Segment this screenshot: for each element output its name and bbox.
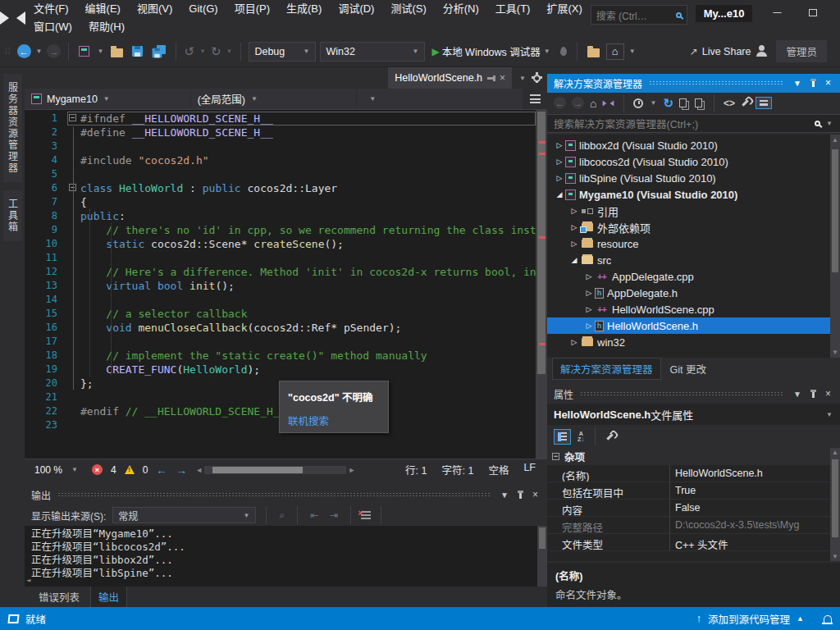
eol-indicator[interactable]: LF <box>523 462 536 477</box>
window-position-caret[interactable]: ▼ <box>791 390 804 399</box>
minimize-button[interactable]: ─ <box>759 0 795 25</box>
output-source-dropdown[interactable]: 常规▼ <box>112 507 256 523</box>
tree-item-libspine-visual-studio-2010-[interactable]: ▷libSpine (Visual Studio 2010) <box>547 170 840 186</box>
add-to-source-control-button[interactable]: 添加到源代码管理 <box>708 611 790 627</box>
panel-tab-0[interactable]: 错误列表 <box>31 587 87 607</box>
close-button[interactable]: × <box>831 0 840 25</box>
property-value[interactable]: D:\cocos2d-x-3.5\tests\Myg <box>670 517 840 533</box>
tree-item-helloworldscene-h[interactable]: ▷hHelloWorldScene.h <box>547 317 840 334</box>
source-control-caret[interactable]: ▲ <box>797 614 804 623</box>
expander-icon[interactable]: ▷ <box>568 223 580 231</box>
menu-item-r1-7[interactable]: 测试(S) <box>382 0 434 18</box>
switch-views-icon[interactable] <box>603 100 614 106</box>
scroll-left-arrow[interactable]: ◄ <box>26 573 30 587</box>
close-panel-icon[interactable]: × <box>823 388 833 399</box>
menu-item-r1-6[interactable]: 调试(D) <box>330 0 382 18</box>
tab-list-caret[interactable]: ▼ <box>518 75 527 82</box>
project-scope-dropdown[interactable]: Mygame10▼ <box>25 89 191 109</box>
property-row-0[interactable]: (名称)HelloWorldScene.h <box>547 465 840 482</box>
warning-count-icon[interactable] <box>125 465 135 474</box>
collapse-category-icon[interactable]: − <box>552 453 559 460</box>
back-icon[interactable]: ← <box>554 97 566 109</box>
open-file-button[interactable] <box>108 43 126 60</box>
home-icon[interactable]: ⌂ <box>590 97 596 110</box>
expander-icon[interactable]: ▷ <box>568 240 580 248</box>
expander-icon[interactable]: ▷ <box>568 338 580 346</box>
search-options-caret[interactable]: ▼ <box>825 120 833 127</box>
sync-with-active-document-icon[interactable] <box>679 98 687 107</box>
property-value[interactable]: False <box>670 500 840 516</box>
tree-item-src[interactable]: ◢src <box>547 252 840 268</box>
prev-issue-button[interactable]: ← <box>156 463 167 477</box>
menu-item-r1-4[interactable]: 项目(P) <box>226 0 278 18</box>
property-row-3[interactable]: 完整路径D:\cocos2d-x-3.5\tests\Myg <box>547 517 840 534</box>
fold-margin[interactable]: − <box>67 112 80 126</box>
expander-icon[interactable]: ▷ <box>583 322 595 330</box>
property-row-1[interactable]: 包括在项目中True <box>547 482 840 500</box>
expander-icon[interactable]: ▷ <box>554 158 565 166</box>
navigate-forward-button[interactable]: → <box>47 44 61 58</box>
property-value[interactable]: HelloWorldScene.h <box>670 465 840 482</box>
redo-dropdown-caret[interactable]: ▼ <box>225 48 233 55</box>
pin-icon[interactable] <box>812 390 815 398</box>
refresh-icon[interactable]: ↻ <box>663 96 673 111</box>
code-editor[interactable]: 1−#ifndef __HELLOWORLD_SCENE_H__2#define… <box>25 110 547 459</box>
find-in-files-button[interactable] <box>585 43 602 60</box>
tree-item-libbox2d-visual-studio-2010-[interactable]: ▷libbox2d (Visual Studio 2010) <box>547 137 840 153</box>
property-pages-icon[interactable] <box>606 433 613 440</box>
side-tab-0[interactable]: 服务器资源管理器 <box>3 74 22 182</box>
toolbar-grip[interactable]: ⁞⁞ <box>5 47 11 56</box>
gear-icon[interactable] <box>533 75 541 82</box>
save-all-button[interactable] <box>149 43 168 61</box>
expander-icon[interactable]: ▷ <box>554 174 565 182</box>
tree-item-appdelegate-cpp[interactable]: ▷++AppDelegate.cpp <box>547 268 840 285</box>
properties-object-dropdown[interactable]: HelloWorldScene.h 文件属性 ▼ <box>547 404 840 425</box>
output-text-area[interactable]: 正在升级项目“Mygame10”...正在升级项目“libcocos2d”...… <box>25 526 547 587</box>
tree-item--[interactable]: ▷外部依赖项 <box>547 219 840 235</box>
next-issue-button[interactable]: → <box>176 463 187 477</box>
quick-search-box[interactable]: 搜索 (Ctrl… <box>591 5 687 25</box>
window-position-caret[interactable]: ▼ <box>791 79 804 88</box>
prev-message-icon[interactable]: ⇤ <box>308 509 321 521</box>
solution-search-box[interactable]: 搜索解决方案资源管理器(Ctrl+;) ▼ <box>547 114 840 133</box>
grid-scrollbar[interactable]: ▲▼ <box>830 448 840 561</box>
close-panel-icon[interactable]: × <box>823 77 833 89</box>
start-debug-button[interactable]: ▶ 本地 Windows 调试器 ▼ <box>429 41 553 62</box>
menu-item-r2-1[interactable]: 帮助(H) <box>80 18 133 36</box>
back-dropdown-caret[interactable]: ▼ <box>35 48 43 55</box>
menu-item-r1-0[interactable]: 文件(F) <box>25 0 77 18</box>
menu-item-r2-0[interactable]: 窗口(W) <box>25 18 80 36</box>
feedback-person-icon[interactable] <box>759 45 765 51</box>
undo-dropdown-caret[interactable]: ▼ <box>199 48 207 55</box>
editor-vertical-scrollbar[interactable] <box>536 110 547 459</box>
expander-icon[interactable]: ▷ <box>583 289 595 297</box>
expander-icon[interactable]: ▷ <box>583 272 595 281</box>
filter-caret[interactable]: ▼ <box>649 99 657 107</box>
side-tab-1[interactable]: 工具箱 <box>3 190 22 241</box>
categorized-toggle[interactable] <box>554 429 571 445</box>
panel-grip[interactable] <box>57 492 491 497</box>
pin-icon[interactable] <box>519 491 522 499</box>
new-project-button[interactable] <box>76 43 92 59</box>
menu-item-r1-10[interactable]: 扩展(X) <box>538 0 590 18</box>
close-tab-icon[interactable]: × <box>500 72 505 84</box>
menu-item-r1-2[interactable]: 视图(V) <box>129 0 180 18</box>
tree-item-libcocos2d-visual-studio-2010-[interactable]: ▷libcocos2d (Visual Studio 2010) <box>547 153 840 170</box>
online-search-link[interactable]: 联机搜索 <box>288 413 380 428</box>
live-share-button[interactable]: ↗ Live Share <box>690 46 751 57</box>
pin-icon[interactable] <box>487 77 495 80</box>
forward-icon[interactable]: → <box>572 97 584 109</box>
new-dropdown-caret[interactable]: ▼ <box>96 48 104 55</box>
fold-collapse-icon[interactable]: − <box>69 114 76 121</box>
error-count-icon[interactable]: × <box>92 464 103 475</box>
properties-wrench-icon[interactable] <box>742 100 748 107</box>
save-button[interactable] <box>130 43 145 59</box>
tree-scrollbar[interactable]: ▲▼ <box>830 135 840 358</box>
home-button[interactable]: ⌂ <box>606 43 624 60</box>
navigate-back-button[interactable]: ← <box>17 44 31 58</box>
clear-all-icon[interactable] <box>361 511 371 520</box>
redo-button[interactable]: ↻ <box>211 45 221 57</box>
type-scope-dropdown[interactable]: (全局范围)▼ <box>191 89 358 109</box>
collapse-all-toggle[interactable] <box>756 97 772 109</box>
panel-tab-1[interactable]: 输出 <box>90 586 127 608</box>
